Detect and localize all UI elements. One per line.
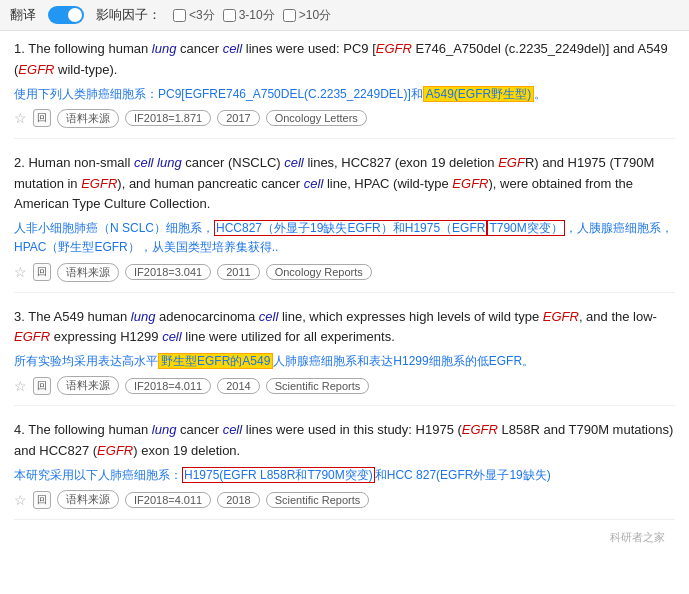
result-item-3: 3. The A549 human lung adenocarcinoma ce… xyxy=(14,307,675,407)
result-3-lung1: lung xyxy=(131,309,156,324)
filter-gt10-label: >10分 xyxy=(299,7,331,24)
result-item-1: 1. The following human lung cancer cell … xyxy=(14,39,675,139)
result-4-lung1: lung xyxy=(152,422,177,437)
result-4-meta: ☆ 回 语料来源 IF2018=4.011 2018 Scientific Re… xyxy=(14,490,675,509)
result-3-star[interactable]: ☆ xyxy=(14,378,27,394)
result-4-cell1: cell xyxy=(223,422,243,437)
result-3-meta: ☆ 回 语料来源 IF2018=4.011 2014 Scientific Re… xyxy=(14,376,675,395)
filter-lt3-label: <3分 xyxy=(189,7,215,24)
result-2-zh-highlight1: HCC827（外显子19缺失EGFR）和H1975（EGFR xyxy=(214,220,487,236)
result-2-number: 2. xyxy=(14,155,28,170)
result-1-meta: ☆ 回 语料来源 IF2018=1.871 2017 Oncology Lett… xyxy=(14,109,675,128)
result-2-if: IF2018=3.041 xyxy=(125,264,211,280)
result-2-year: 2011 xyxy=(217,264,259,280)
result-2-cell2: cell xyxy=(304,176,324,191)
result-4-zh-highlight: H1975(EGFR L858R和T790M突变) xyxy=(182,467,375,483)
result-4-star[interactable]: ☆ xyxy=(14,492,27,508)
result-2-cite[interactable]: 回 xyxy=(33,263,51,281)
result-2-egfr3: EGFR xyxy=(452,176,488,191)
result-1-year: 2017 xyxy=(217,110,259,126)
result-4-journal: Scientific Reports xyxy=(266,492,370,508)
result-3-en: 3. The A549 human lung adenocarcinoma ce… xyxy=(14,307,675,349)
toggle-knob xyxy=(68,8,82,22)
result-4-if: IF2018=4.011 xyxy=(125,492,211,508)
result-1-egfr2: EGFR xyxy=(18,62,54,77)
result-1-star[interactable]: ☆ xyxy=(14,110,27,126)
result-3-year: 2014 xyxy=(217,378,259,394)
results-content: 1. The following human lung cancer cell … xyxy=(0,31,689,553)
result-4-cite[interactable]: 回 xyxy=(33,491,51,509)
filter-3to10-checkbox[interactable] xyxy=(223,9,236,22)
result-4-egfr1: EGFR xyxy=(462,422,498,437)
result-2-en: 2. Human non-small cell lung cancer (NSC… xyxy=(14,153,675,215)
result-1-zh-highlight: A549(EGFR野生型) xyxy=(423,86,534,102)
result-item-4: 4. The following human lung cancer cell … xyxy=(14,420,675,520)
result-1-cell1: cell xyxy=(223,41,243,56)
filter-group: <3分 3-10分 >10分 xyxy=(173,7,331,24)
result-4-zh: 本研究采用以下人肺癌细胞系：H1975(EGFR L858R和T790M突变)和… xyxy=(14,466,675,485)
result-2-cell-lung: cell lung xyxy=(134,155,182,170)
result-3-egfr1: EGFR xyxy=(543,309,579,324)
watermark: 科研者之家 xyxy=(14,530,675,545)
influence-label: 影响因子： xyxy=(96,6,161,24)
result-1-cite[interactable]: 回 xyxy=(33,109,51,127)
result-4-source[interactable]: 语料来源 xyxy=(57,490,119,509)
result-1-lung1: lung xyxy=(152,41,177,56)
result-1-number: 1. xyxy=(14,41,28,56)
result-3-cell2: cell xyxy=(162,329,182,344)
result-2-zh: 人非小细胞肺癌（N SCLC）细胞系，HCC827（外显子19缺失EGFR）和H… xyxy=(14,219,675,257)
result-4-number: 4. xyxy=(14,422,28,437)
result-3-zh-highlight: 野生型EGFR的A549 xyxy=(158,353,273,369)
result-4-egfr2: EGFR xyxy=(97,443,133,458)
result-2-star[interactable]: ☆ xyxy=(14,264,27,280)
result-3-journal: Scientific Reports xyxy=(266,378,370,394)
result-1-egfr1: EGFR xyxy=(376,41,412,56)
result-2-meta: ☆ 回 语料来源 IF2018=3.041 2011 Oncology Repo… xyxy=(14,263,675,282)
result-4-en: 4. The following human lung cancer cell … xyxy=(14,420,675,462)
result-2-source[interactable]: 语料来源 xyxy=(57,263,119,282)
top-bar: 翻译 影响因子： <3分 3-10分 >10分 xyxy=(0,0,689,31)
filter-gt10[interactable]: >10分 xyxy=(283,7,331,24)
filter-lt3[interactable]: <3分 xyxy=(173,7,215,24)
result-2-cell1: cell xyxy=(284,155,304,170)
translate-toggle[interactable] xyxy=(48,6,84,24)
result-2-egfr1: EGF xyxy=(498,155,525,170)
result-4-year: 2018 xyxy=(217,492,259,508)
filter-3to10-label: 3-10分 xyxy=(239,7,275,24)
result-3-if: IF2018=4.011 xyxy=(125,378,211,394)
result-2-zh-highlight2: T790M突变） xyxy=(487,220,564,236)
result-3-egfr2: EGFR xyxy=(14,329,50,344)
result-3-zh: 所有实验均采用表达高水平野生型EGFR的A549人肺腺癌细胞系和表达H1299细… xyxy=(14,352,675,371)
result-3-source[interactable]: 语料来源 xyxy=(57,376,119,395)
result-3-cite[interactable]: 回 xyxy=(33,377,51,395)
result-1-en: 1. The following human lung cancer cell … xyxy=(14,39,675,81)
filter-3to10[interactable]: 3-10分 xyxy=(223,7,275,24)
result-1-source[interactable]: 语料来源 xyxy=(57,109,119,128)
result-2-journal: Oncology Reports xyxy=(266,264,372,280)
filter-gt10-checkbox[interactable] xyxy=(283,9,296,22)
result-3-cell1: cell xyxy=(259,309,279,324)
result-1-if: IF2018=1.871 xyxy=(125,110,211,126)
result-1-journal: Oncology Letters xyxy=(266,110,367,126)
result-item-2: 2. Human non-small cell lung cancer (NSC… xyxy=(14,153,675,293)
result-1-zh: 使用下列人类肺癌细胞系：PC9[EGFRE746_A750DEL(C.2235_… xyxy=(14,85,675,104)
translate-label: 翻译 xyxy=(10,6,36,24)
result-3-number: 3. xyxy=(14,309,28,324)
result-2-egfr2: EGFR xyxy=(81,176,117,191)
filter-lt3-checkbox[interactable] xyxy=(173,9,186,22)
